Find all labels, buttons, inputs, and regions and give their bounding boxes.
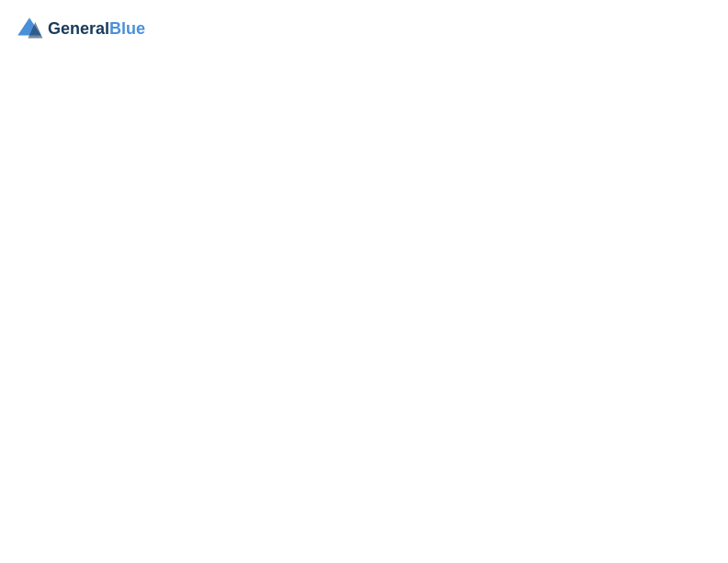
logo: GeneralBlue (15, 15, 145, 44)
page-header: GeneralBlue (15, 15, 713, 44)
logo-text: GeneralBlue (48, 20, 145, 39)
logo-icon (15, 15, 44, 44)
